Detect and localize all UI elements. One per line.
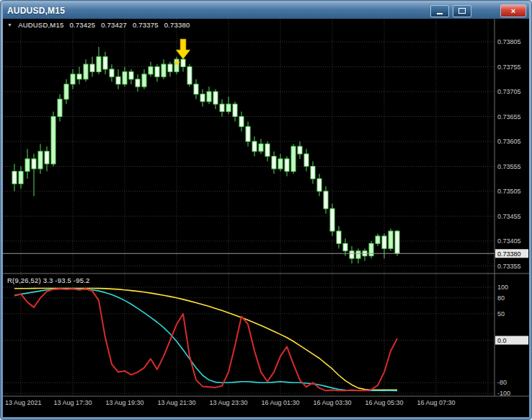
candle-body [317,179,322,191]
candle-body [285,159,289,171]
candle-body [155,67,159,77]
price-axis-label: 0.73755 [497,64,521,71]
candle-body [187,67,192,84]
price-axis-label: 0.73405 [497,237,521,245]
candle-body [304,154,309,166]
maximize-icon [458,8,466,14]
application-window: AUDUSD,M15 × ★0.738050.737550.737050.736… [0,0,532,420]
candle-body [116,76,120,84]
candle-body [369,243,373,255]
candle-body [32,159,36,169]
price-axis-label: 0.73355 [497,263,521,270]
indicator-axis-label: 100 [497,284,508,291]
titlebar[interactable]: AUDUSD,M15 × [3,3,529,19]
candle-body [298,146,302,154]
candle-body [330,209,334,231]
candle-body [181,59,185,66]
candle-body [90,64,94,71]
signal-star-icon: ★ [173,58,181,68]
close-icon: × [511,7,515,15]
minimize-button[interactable] [430,5,449,17]
candle-body [395,231,399,253]
price-axis-label: 0.73655 [497,113,521,121]
indicator-value-label: 0.0 [497,337,507,344]
window-controls: × [427,4,526,17]
candle-body [220,104,224,111]
price-axis-label: 0.73805 [497,38,521,45]
candle-body [168,64,172,71]
candle-body [376,236,380,243]
candle-body [25,159,30,171]
candle-body [389,231,393,248]
candle-body [84,64,88,79]
candle-body [278,159,283,169]
indicator-axis-label: 80 [497,294,505,302]
current-price-label: 0.73380 [497,250,521,258]
candle-body [64,84,68,100]
candle-body [356,251,360,258]
time-axis-label: 13 Aug 23:30 [209,399,247,406]
close-button[interactable]: × [500,4,526,17]
candle-body [382,236,386,248]
time-scale[interactable]: 13 Aug 202113 Aug 17:3013 Aug 19:3013 Au… [5,399,456,406]
candle-body [12,171,17,183]
candle-body [77,74,81,79]
candle-body [110,69,114,76]
time-axis-label: 13 Aug 19:30 [105,399,143,406]
chart-window: ★0.738050.737550.737050.736550.736050.73… [3,19,529,417]
time-axis-label: 16 Aug 03:30 [313,399,351,406]
candle-body [148,67,153,74]
candle-body [272,157,276,169]
candle-body [311,167,315,179]
candle-body [97,57,101,72]
indicator-axis-label: 50 [497,310,505,318]
indicator-axis-label: -80 [497,379,507,386]
candle-body [136,79,140,87]
candle-body [123,71,127,84]
price-axis-label: 0.73555 [497,163,521,170]
candle-body [194,84,198,95]
candle-body [103,57,107,69]
candle-body [291,146,296,172]
window-title: AUDUSD,M15 [7,6,65,16]
chart-canvas[interactable]: ★0.738050.737550.737050.736550.736050.73… [3,19,529,417]
candle-body [324,191,328,209]
time-axis-label: 13 Aug 2021 [5,399,42,406]
minimize-icon [437,13,443,14]
price-axis-label: 0.73605 [497,138,521,145]
time-axis-label: 13 Aug 21:30 [157,399,195,406]
candle-body [343,243,347,250]
candle-body [233,104,237,116]
candle-body [142,74,146,87]
candle-body [58,99,62,116]
candle-body [51,117,56,165]
maximize-button[interactable] [453,5,471,17]
candle-body [246,126,250,141]
time-axis-label: 16 Aug 05:30 [365,399,403,406]
candle-body [71,74,75,84]
candle-body [239,117,244,127]
candle-body [350,251,354,258]
candle-body [200,94,205,101]
candle-body [265,144,270,156]
price-axis-label: 0.73505 [497,188,521,195]
time-axis-label: 13 Aug 17:30 [53,399,92,406]
time-axis-label: 16 Aug 07:30 [417,399,455,406]
candle-body [252,141,257,152]
candle-body [337,231,341,243]
candle-body [129,71,133,79]
candle-body [226,104,231,111]
candle-body [161,64,166,76]
candle-body [259,144,263,151]
candle-body [207,92,211,102]
price-axis-label: 0.73455 [497,213,521,220]
price-axis-label: 0.73705 [497,88,521,95]
candle-body [45,152,49,164]
time-axis-label: 16 Aug 01:30 [261,399,299,406]
candle-body [19,171,23,183]
candle-body [38,152,43,169]
candle-body [213,92,218,104]
